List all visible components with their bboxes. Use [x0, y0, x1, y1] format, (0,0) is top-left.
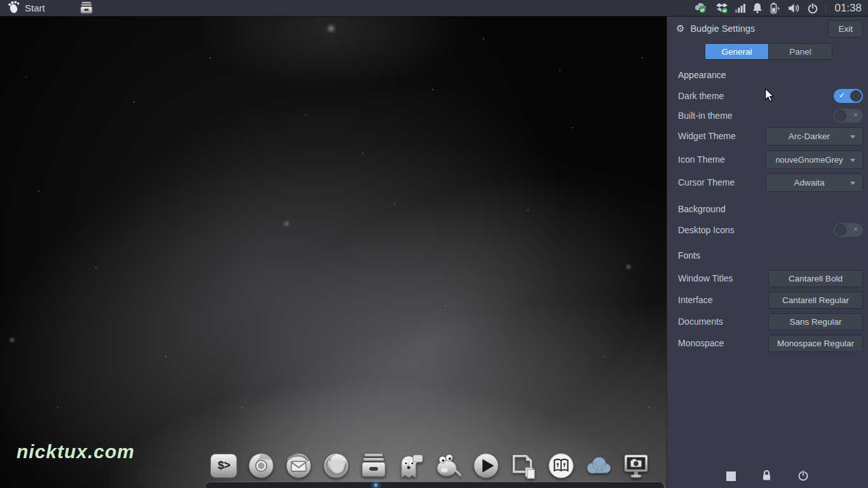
- interface-font-button[interactable]: Cantarell Regular: [768, 292, 863, 309]
- cursor-theme-label: Cursor Theme: [678, 177, 735, 187]
- active-window-indicator: [374, 484, 377, 487]
- icon-theme-label: Icon Theme: [678, 154, 725, 165]
- lock-icon[interactable]: [762, 470, 771, 483]
- monospace-label: Monospace: [678, 338, 724, 348]
- battery-charging-icon[interactable]: [770, 3, 781, 14]
- mail-icon[interactable]: [284, 451, 313, 481]
- dark-theme-toggle[interactable]: ✓: [834, 89, 863, 103]
- window-titles-font-button[interactable]: Cantarell Bold: [768, 270, 863, 287]
- exit-button[interactable]: Exit: [828, 20, 863, 37]
- toggle-knob: [835, 110, 846, 121]
- screenshot-icon[interactable]: [621, 451, 651, 481]
- owncloud-icon[interactable]: [584, 451, 613, 481]
- chevron-down-icon: [850, 182, 855, 185]
- widget-theme-label: Widget Theme: [678, 131, 736, 141]
- settings-tabs: General Panel: [705, 43, 832, 60]
- network-signal-icon[interactable]: [735, 3, 745, 13]
- desktop-icons-label: Desktop Icons: [678, 225, 735, 235]
- settings-title: Budgie Settings: [690, 24, 755, 34]
- power-icon[interactable]: [797, 470, 809, 483]
- cursor-theme-dropdown[interactable]: Adwaita: [766, 173, 863, 192]
- volume-icon[interactable]: [788, 3, 800, 13]
- documents-label: Documents: [678, 316, 723, 327]
- desktop-icons-toggle[interactable]: ×: [834, 223, 863, 237]
- tab-panel[interactable]: Panel: [768, 44, 832, 59]
- chevron-down-icon: [850, 159, 855, 162]
- top-panel: Start: [0, 0, 868, 17]
- firefox-icon[interactable]: [322, 451, 351, 481]
- fonts-section-header: Fonts: [678, 248, 700, 262]
- workspace-square-icon[interactable]: [726, 471, 736, 481]
- toggle-knob: [835, 224, 846, 236]
- gnome-foot-icon: [8, 1, 20, 15]
- book-reader-icon[interactable]: [546, 451, 576, 481]
- terminal-icon[interactable]: $>: [209, 451, 238, 481]
- window-titles-label: Window Titles: [678, 273, 733, 283]
- mouse-cursor: [764, 88, 775, 105]
- appearance-section-header: Appearance: [678, 68, 726, 82]
- dropbox-icon[interactable]: [715, 2, 728, 14]
- monospace-font-button[interactable]: Monospace Regular: [768, 335, 863, 352]
- dark-theme-label: Dark theme: [678, 91, 724, 101]
- chromium-icon[interactable]: [247, 451, 276, 481]
- cross-icon: ×: [853, 111, 858, 119]
- cloud-sync-icon[interactable]: [694, 2, 708, 14]
- file-drawer-icon[interactable]: [77, 0, 96, 16]
- builtin-theme-toggle[interactable]: ×: [834, 109, 863, 123]
- start-label: Start: [25, 3, 45, 13]
- check-icon: ✓: [839, 91, 845, 100]
- background-section-header: Background: [678, 202, 726, 216]
- documents-font-button[interactable]: Sans Regular: [768, 313, 863, 330]
- gimp-icon[interactable]: [434, 451, 463, 481]
- toggle-knob: [850, 90, 862, 102]
- chat-icon[interactable]: [397, 451, 426, 481]
- budgie-settings-panel: ⚙ Budgie Settings Exit General Panel App…: [667, 17, 868, 488]
- notifications-bell-icon[interactable]: [752, 3, 763, 13]
- tab-general[interactable]: General: [705, 44, 768, 59]
- widget-theme-dropdown[interactable]: Arc-Darker: [766, 127, 863, 146]
- cross-icon: ×: [853, 225, 858, 234]
- media-player-icon[interactable]: [471, 451, 501, 481]
- chevron-down-icon: [850, 135, 855, 139]
- tray-separator: [825, 3, 826, 13]
- start-menu-button[interactable]: Start: [0, 0, 53, 16]
- interface-label: Interface: [678, 295, 712, 305]
- icon-theme-dropdown[interactable]: nouveGnomeGrey: [766, 151, 863, 169]
- dock: $>: [209, 451, 651, 481]
- clock[interactable]: 01:38: [833, 2, 862, 15]
- documents-icon[interactable]: [509, 451, 538, 481]
- wallpaper-watermark: nicktux.com: [17, 441, 135, 463]
- builtin-theme-label: Built-in theme: [678, 111, 733, 121]
- window-list-bar[interactable]: [205, 482, 665, 488]
- gear-icon: ⚙: [676, 24, 684, 34]
- power-icon[interactable]: [807, 3, 818, 14]
- file-manager-icon[interactable]: [359, 451, 388, 481]
